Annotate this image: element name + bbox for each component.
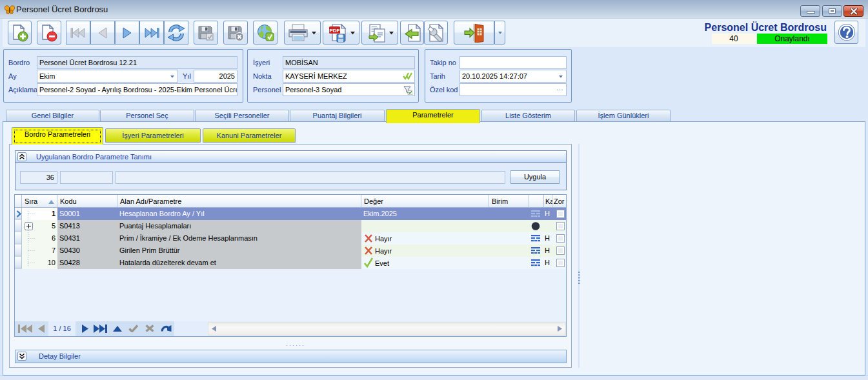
svg-text:Hayır: Hayır xyxy=(375,235,392,243)
svg-text:PDF: PDF xyxy=(330,28,340,34)
svg-text:Evet: Evet xyxy=(375,259,389,267)
svg-text:Hayır: Hayır xyxy=(375,247,392,255)
